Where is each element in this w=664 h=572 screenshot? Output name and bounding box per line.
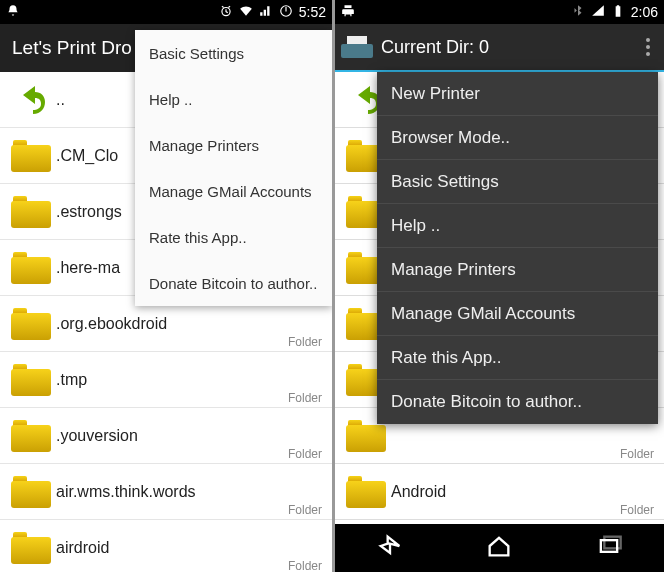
printer-icon	[341, 36, 373, 58]
folder-icon	[11, 140, 51, 172]
nav-bar	[335, 524, 664, 572]
file-name: Android	[391, 483, 654, 501]
overflow-menu: New PrinterBrowser Mode..Basic SettingsH…	[377, 72, 658, 424]
file-type-label: Folder	[288, 559, 322, 572]
folder-icon	[346, 476, 386, 508]
phone-right: 2:06 Current Dir: 0 FolderAndroidFolderA…	[335, 0, 664, 572]
phone-left: 5:52 Let's Print Dro ...CM_Clo.estrongs.…	[0, 0, 332, 572]
folder-icon	[11, 476, 51, 508]
file-type-label: Folder	[620, 447, 654, 461]
overflow-menu: Basic SettingsHelp ..Manage PrintersMana…	[135, 30, 332, 306]
menu-item[interactable]: Help ..	[135, 76, 332, 122]
status-clock: 5:52	[299, 4, 326, 20]
home-button[interactable]	[485, 532, 513, 564]
up-arrow-icon	[11, 82, 51, 118]
file-row[interactable]: AndroidFolder	[335, 464, 664, 520]
menu-item[interactable]: New Printer	[377, 72, 658, 116]
bluetooth-icon	[571, 4, 585, 21]
folder-icon	[346, 420, 386, 452]
status-bar: 2:06	[335, 0, 664, 24]
menu-item[interactable]: Rate this App..	[135, 214, 332, 260]
menu-item[interactable]: Manage GMail Accounts	[377, 292, 658, 336]
folder-icon	[11, 420, 51, 452]
file-type-label: Folder	[288, 503, 322, 517]
menu-item[interactable]: Manage Printers	[135, 122, 332, 168]
menu-item[interactable]: Donate Bitcoin to author..	[135, 260, 332, 306]
file-name: .org.ebookdroid	[56, 315, 322, 333]
notification-icon	[6, 4, 20, 21]
app-bar: Current Dir: 0	[335, 24, 664, 72]
file-type-label: Folder	[288, 447, 322, 461]
file-name: airdroid	[56, 539, 322, 557]
power-icon	[279, 4, 293, 21]
menu-item[interactable]: Basic Settings	[135, 30, 332, 76]
file-name: .youversion	[56, 427, 322, 445]
screenshot-pair: 5:52 Let's Print Dro ...CM_Clo.estrongs.…	[0, 0, 664, 572]
menu-item[interactable]: Manage GMail Accounts	[135, 168, 332, 214]
overflow-button[interactable]	[638, 38, 658, 56]
file-name: .tmp	[56, 371, 322, 389]
file-row[interactable]: airdroidFolder	[0, 520, 332, 572]
signal-icon	[591, 4, 605, 21]
file-type-label: Folder	[288, 335, 322, 349]
folder-icon	[11, 252, 51, 284]
folder-icon	[11, 308, 51, 340]
menu-item[interactable]: Browser Mode..	[377, 116, 658, 160]
recents-button[interactable]	[595, 532, 623, 564]
folder-icon	[11, 364, 51, 396]
app-title: Current Dir: 0	[381, 37, 630, 58]
folder-icon	[11, 532, 51, 564]
file-row[interactable]: .youversionFolder	[0, 408, 332, 464]
file-row[interactable]: air.wms.think.wordsFolder	[0, 464, 332, 520]
file-row[interactable]: .tmpFolder	[0, 352, 332, 408]
status-clock: 2:06	[631, 4, 658, 20]
menu-item[interactable]: Rate this App..	[377, 336, 658, 380]
signal-icon	[259, 4, 273, 21]
alarm-icon	[219, 4, 233, 21]
back-button[interactable]	[376, 532, 404, 564]
print-icon	[341, 4, 355, 21]
battery-icon	[611, 4, 625, 21]
file-name: air.wms.think.words	[56, 483, 322, 501]
wifi-icon	[239, 4, 253, 21]
menu-item[interactable]: Basic Settings	[377, 160, 658, 204]
folder-icon	[11, 196, 51, 228]
status-bar: 5:52	[0, 0, 332, 24]
menu-item[interactable]: Donate Bitcoin to author..	[377, 380, 658, 424]
menu-item[interactable]: Manage Printers	[377, 248, 658, 292]
menu-item[interactable]: Help ..	[377, 204, 658, 248]
file-type-label: Folder	[288, 391, 322, 405]
file-type-label: Folder	[620, 503, 654, 517]
